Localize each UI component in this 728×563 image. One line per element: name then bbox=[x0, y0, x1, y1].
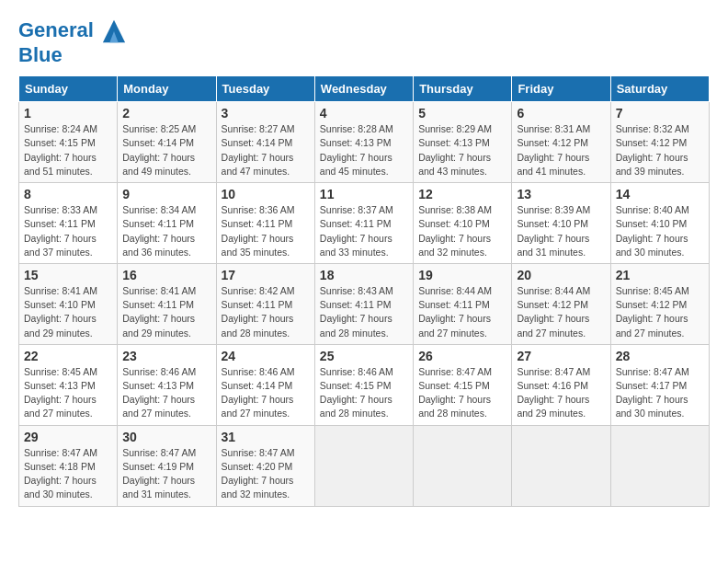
day-number: 30 bbox=[122, 430, 210, 444]
day-number: 11 bbox=[320, 187, 408, 201]
day-number: 13 bbox=[517, 187, 605, 201]
day-number: 31 bbox=[222, 430, 310, 444]
day-info: Sunrise: 8:47 AM Sunset: 4:19 PM Dayligh… bbox=[122, 446, 210, 502]
weekday-header: Friday bbox=[512, 76, 610, 102]
calendar-cell: 19Sunrise: 8:44 AM Sunset: 4:11 PM Dayli… bbox=[414, 263, 512, 344]
calendar-cell: 26Sunrise: 8:47 AM Sunset: 4:15 PM Dayli… bbox=[414, 344, 512, 425]
weekday-header: Thursday bbox=[414, 76, 512, 102]
calendar-cell bbox=[610, 425, 709, 506]
day-number: 3 bbox=[222, 106, 310, 121]
calendar-cell: 7Sunrise: 8:32 AM Sunset: 4:12 PM Daylig… bbox=[610, 102, 709, 183]
day-info: Sunrise: 8:47 AM Sunset: 4:18 PM Dayligh… bbox=[24, 446, 112, 502]
day-info: Sunrise: 8:46 AM Sunset: 4:15 PM Dayligh… bbox=[320, 365, 408, 421]
day-info: Sunrise: 8:36 AM Sunset: 4:11 PM Dayligh… bbox=[222, 203, 310, 259]
weekday-header: Monday bbox=[118, 76, 216, 102]
logo-text2: Blue bbox=[18, 44, 127, 66]
day-number: 24 bbox=[222, 349, 310, 363]
calendar-cell: 6Sunrise: 8:31 AM Sunset: 4:12 PM Daylig… bbox=[512, 102, 610, 183]
calendar-cell: 24Sunrise: 8:46 AM Sunset: 4:14 PM Dayli… bbox=[216, 344, 314, 425]
weekday-header: Saturday bbox=[610, 76, 709, 102]
calendar-cell: 9Sunrise: 8:34 AM Sunset: 4:11 PM Daylig… bbox=[118, 183, 216, 264]
day-number: 9 bbox=[122, 187, 210, 201]
day-info: Sunrise: 8:37 AM Sunset: 4:11 PM Dayligh… bbox=[320, 203, 408, 259]
calendar-table: SundayMondayTuesdayWednesdayThursdayFrid… bbox=[18, 75, 710, 506]
day-info: Sunrise: 8:47 AM Sunset: 4:15 PM Dayligh… bbox=[418, 365, 506, 421]
day-number: 16 bbox=[122, 268, 210, 282]
day-number: 20 bbox=[517, 268, 605, 282]
day-info: Sunrise: 8:41 AM Sunset: 4:10 PM Dayligh… bbox=[24, 284, 112, 340]
day-number: 25 bbox=[320, 349, 408, 363]
calendar-cell: 1Sunrise: 8:24 AM Sunset: 4:15 PM Daylig… bbox=[19, 102, 118, 183]
day-info: Sunrise: 8:25 AM Sunset: 4:14 PM Dayligh… bbox=[122, 122, 210, 178]
day-number: 2 bbox=[122, 106, 210, 121]
day-info: Sunrise: 8:47 AM Sunset: 4:16 PM Dayligh… bbox=[517, 365, 605, 421]
day-number: 27 bbox=[517, 349, 605, 363]
day-number: 15 bbox=[24, 268, 112, 282]
calendar-cell: 16Sunrise: 8:41 AM Sunset: 4:11 PM Dayli… bbox=[118, 263, 216, 344]
day-info: Sunrise: 8:45 AM Sunset: 4:13 PM Dayligh… bbox=[24, 365, 112, 421]
calendar-cell bbox=[512, 425, 610, 506]
day-number: 6 bbox=[517, 106, 605, 121]
day-info: Sunrise: 8:47 AM Sunset: 4:20 PM Dayligh… bbox=[222, 446, 310, 502]
calendar-cell: 27Sunrise: 8:47 AM Sunset: 4:16 PM Dayli… bbox=[512, 344, 610, 425]
day-info: Sunrise: 8:45 AM Sunset: 4:12 PM Dayligh… bbox=[616, 284, 704, 340]
calendar-cell: 23Sunrise: 8:46 AM Sunset: 4:13 PM Dayli… bbox=[118, 344, 216, 425]
day-info: Sunrise: 8:46 AM Sunset: 4:13 PM Dayligh… bbox=[122, 365, 210, 421]
day-number: 14 bbox=[616, 187, 704, 201]
day-number: 28 bbox=[616, 349, 704, 363]
calendar-cell: 3Sunrise: 8:27 AM Sunset: 4:14 PM Daylig… bbox=[216, 102, 314, 183]
calendar-cell: 4Sunrise: 8:28 AM Sunset: 4:13 PM Daylig… bbox=[314, 102, 413, 183]
day-number: 7 bbox=[616, 106, 704, 121]
calendar-cell: 25Sunrise: 8:46 AM Sunset: 4:15 PM Dayli… bbox=[314, 344, 413, 425]
day-info: Sunrise: 8:44 AM Sunset: 4:12 PM Dayligh… bbox=[517, 284, 605, 340]
day-number: 22 bbox=[24, 349, 112, 363]
calendar-cell: 17Sunrise: 8:42 AM Sunset: 4:11 PM Dayli… bbox=[216, 263, 314, 344]
day-number: 5 bbox=[418, 106, 506, 121]
calendar-week-row: 15Sunrise: 8:41 AM Sunset: 4:10 PM Dayli… bbox=[19, 263, 710, 344]
calendar-cell: 2Sunrise: 8:25 AM Sunset: 4:14 PM Daylig… bbox=[118, 102, 216, 183]
day-info: Sunrise: 8:34 AM Sunset: 4:11 PM Dayligh… bbox=[122, 203, 210, 259]
day-number: 4 bbox=[320, 106, 408, 121]
day-info: Sunrise: 8:27 AM Sunset: 4:14 PM Dayligh… bbox=[222, 122, 310, 178]
calendar-cell: 11Sunrise: 8:37 AM Sunset: 4:11 PM Dayli… bbox=[314, 183, 413, 264]
page-header: General Blue bbox=[18, 18, 710, 66]
calendar-cell: 12Sunrise: 8:38 AM Sunset: 4:10 PM Dayli… bbox=[414, 183, 512, 264]
calendar-cell: 10Sunrise: 8:36 AM Sunset: 4:11 PM Dayli… bbox=[216, 183, 314, 264]
calendar-cell: 30Sunrise: 8:47 AM Sunset: 4:19 PM Dayli… bbox=[118, 425, 216, 506]
day-info: Sunrise: 8:29 AM Sunset: 4:13 PM Dayligh… bbox=[418, 122, 506, 178]
day-number: 8 bbox=[24, 187, 112, 201]
calendar-cell bbox=[314, 425, 413, 506]
day-number: 29 bbox=[24, 430, 112, 444]
day-info: Sunrise: 8:33 AM Sunset: 4:11 PM Dayligh… bbox=[24, 203, 112, 259]
day-number: 17 bbox=[222, 268, 310, 282]
weekday-header: Tuesday bbox=[216, 76, 314, 102]
calendar-week-row: 29Sunrise: 8:47 AM Sunset: 4:18 PM Dayli… bbox=[19, 425, 710, 506]
calendar-cell: 21Sunrise: 8:45 AM Sunset: 4:12 PM Dayli… bbox=[610, 263, 709, 344]
day-info: Sunrise: 8:31 AM Sunset: 4:12 PM Dayligh… bbox=[517, 122, 605, 178]
weekday-header: Wednesday bbox=[314, 76, 413, 102]
day-number: 12 bbox=[418, 187, 506, 201]
calendar-cell: 31Sunrise: 8:47 AM Sunset: 4:20 PM Dayli… bbox=[216, 425, 314, 506]
calendar-week-row: 1Sunrise: 8:24 AM Sunset: 4:15 PM Daylig… bbox=[19, 102, 710, 183]
calendar-cell: 28Sunrise: 8:47 AM Sunset: 4:17 PM Dayli… bbox=[610, 344, 709, 425]
day-number: 21 bbox=[616, 268, 704, 282]
calendar-header: SundayMondayTuesdayWednesdayThursdayFrid… bbox=[19, 76, 710, 102]
calendar-cell: 22Sunrise: 8:45 AM Sunset: 4:13 PM Dayli… bbox=[19, 344, 118, 425]
day-info: Sunrise: 8:28 AM Sunset: 4:13 PM Dayligh… bbox=[320, 122, 408, 178]
day-info: Sunrise: 8:40 AM Sunset: 4:10 PM Dayligh… bbox=[616, 203, 704, 259]
day-info: Sunrise: 8:32 AM Sunset: 4:12 PM Dayligh… bbox=[616, 122, 704, 178]
calendar-cell: 14Sunrise: 8:40 AM Sunset: 4:10 PM Dayli… bbox=[610, 183, 709, 264]
day-info: Sunrise: 8:39 AM Sunset: 4:10 PM Dayligh… bbox=[517, 203, 605, 259]
calendar-cell: 5Sunrise: 8:29 AM Sunset: 4:13 PM Daylig… bbox=[414, 102, 512, 183]
day-info: Sunrise: 8:24 AM Sunset: 4:15 PM Dayligh… bbox=[24, 122, 112, 178]
day-info: Sunrise: 8:41 AM Sunset: 4:11 PM Dayligh… bbox=[122, 284, 210, 340]
day-info: Sunrise: 8:44 AM Sunset: 4:11 PM Dayligh… bbox=[418, 284, 506, 340]
calendar-cell: 18Sunrise: 8:43 AM Sunset: 4:11 PM Dayli… bbox=[314, 263, 413, 344]
calendar-cell: 20Sunrise: 8:44 AM Sunset: 4:12 PM Dayli… bbox=[512, 263, 610, 344]
calendar-cell: 29Sunrise: 8:47 AM Sunset: 4:18 PM Dayli… bbox=[19, 425, 118, 506]
calendar-cell: 8Sunrise: 8:33 AM Sunset: 4:11 PM Daylig… bbox=[19, 183, 118, 264]
day-info: Sunrise: 8:46 AM Sunset: 4:14 PM Dayligh… bbox=[222, 365, 310, 421]
day-number: 18 bbox=[320, 268, 408, 282]
calendar-cell bbox=[414, 425, 512, 506]
logo: General Blue bbox=[18, 18, 127, 66]
